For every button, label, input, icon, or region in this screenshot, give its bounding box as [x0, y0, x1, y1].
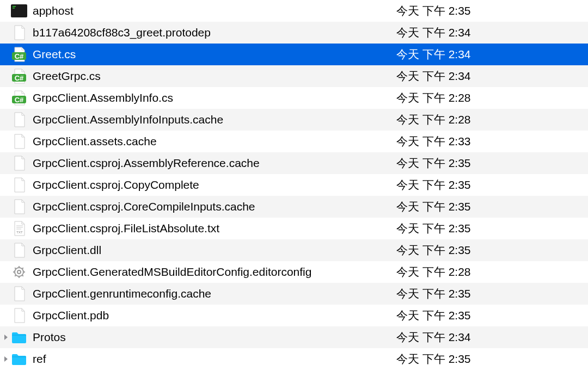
blank-icon — [11, 199, 27, 215]
svg-point-14 — [17, 270, 21, 274]
file-list: apphost今天 下午 2:35b117a64208cf88c3_greet.… — [0, 0, 588, 370]
file-date: 今天 下午 2:34 — [392, 69, 588, 84]
file-row[interactable]: GrpcClient.genruntimeconfig.cache今天 下午 2… — [0, 283, 588, 305]
txt-icon: TXT — [11, 220, 27, 237]
file-name: GrpcClient.csproj.FileListAbsolute.txt — [33, 222, 392, 235]
file-row[interactable]: C#Greet.cs今天 下午 2:34 — [0, 44, 588, 65]
file-date: 今天 下午 2:28 — [392, 112, 588, 127]
blank-icon — [11, 177, 27, 193]
file-name: GrpcClient.csproj.CopyComplete — [33, 178, 392, 191]
svg-line-22 — [22, 268, 23, 269]
exec-icon — [11, 3, 27, 19]
file-date: 今天 下午 2:35 — [392, 286, 588, 301]
file-row[interactable]: b117a64208cf88c3_greet.protodep今天 下午 2:3… — [0, 22, 588, 44]
blank-icon — [11, 24, 27, 41]
file-row[interactable]: GrpcClient.assets.cache今天 下午 2:33 — [0, 131, 588, 152]
blank-icon — [11, 112, 27, 128]
file-date: 今天 下午 2:28 — [392, 264, 588, 280]
file-row[interactable]: GrpcClient.csproj.CoreCompileInputs.cach… — [0, 196, 588, 218]
file-name: apphost — [33, 4, 392, 17]
file-row[interactable]: GrpcClient.csproj.CopyComplete今天 下午 2:35 — [0, 174, 588, 196]
file-date: 今天 下午 2:34 — [392, 330, 588, 345]
blank-icon — [11, 307, 27, 324]
file-date: 今天 下午 2:35 — [392, 199, 588, 214]
file-name: GrpcClient.pdb — [33, 309, 392, 322]
file-name: GrpcClient.csproj.CoreCompileInputs.cach… — [33, 200, 392, 213]
disclosure-triangle[interactable] — [2, 356, 10, 362]
file-row[interactable]: GrpcClient.GeneratedMSBuildEditorConfig.… — [0, 261, 588, 283]
file-date: 今天 下午 2:33 — [392, 134, 588, 149]
file-name: Greet.cs — [33, 48, 392, 61]
file-row[interactable]: apphost今天 下午 2:35 — [0, 0, 588, 22]
csharp-icon: C# — [11, 46, 27, 63]
file-row[interactable]: GrpcClient.dll今天 下午 2:35 — [0, 239, 588, 261]
svg-text:C#: C# — [15, 74, 24, 82]
file-row[interactable]: GrpcClient.csproj.AssemblyReference.cach… — [0, 152, 588, 174]
file-name: ref — [33, 353, 392, 366]
file-name: GreetGrpc.cs — [33, 70, 392, 83]
file-row[interactable]: TXTGrpcClient.csproj.FileListAbsolute.tx… — [0, 218, 588, 239]
blank-icon — [11, 133, 27, 150]
file-row[interactable]: GrpcClient.pdb今天 下午 2:35 — [0, 305, 588, 326]
blank-icon — [11, 286, 27, 302]
svg-text:C#: C# — [15, 96, 24, 104]
file-date: 今天 下午 2:35 — [392, 308, 588, 323]
file-name: GrpcClient.GeneratedMSBuildEditorConfig.… — [33, 265, 392, 279]
svg-line-19 — [15, 268, 16, 269]
file-row[interactable]: ref今天 下午 2:35 — [0, 348, 588, 370]
file-row[interactable]: C#GrpcClient.AssemblyInfo.cs今天 下午 2:28 — [0, 87, 588, 109]
file-date: 今天 下午 2:35 — [392, 243, 588, 258]
file-name: GrpcClient.AssemblyInfoInputs.cache — [33, 113, 392, 126]
file-date: 今天 下午 2:34 — [392, 47, 588, 62]
disclosure-triangle[interactable] — [2, 334, 10, 341]
file-row[interactable]: Protos今天 下午 2:34 — [0, 326, 588, 348]
svg-point-13 — [15, 268, 23, 276]
file-name: GrpcClient.assets.cache — [33, 135, 392, 148]
folder-icon — [11, 351, 27, 367]
csharp-icon: C# — [11, 90, 27, 106]
svg-rect-2 — [13, 8, 15, 9]
folder-icon — [11, 329, 27, 345]
file-date: 今天 下午 2:34 — [392, 25, 588, 40]
file-date: 今天 下午 2:35 — [392, 156, 588, 171]
file-date: 今天 下午 2:35 — [392, 351, 588, 367]
file-date: 今天 下午 2:28 — [392, 90, 588, 106]
csharp-icon: C# — [11, 68, 27, 84]
blank-icon — [11, 242, 27, 258]
file-date: 今天 下午 2:35 — [392, 3, 588, 18]
svg-line-20 — [22, 275, 23, 276]
file-row[interactable]: C#GreetGrpc.cs今天 下午 2:34 — [0, 65, 588, 87]
file-name: GrpcClient.csproj.AssemblyReference.cach… — [33, 157, 392, 170]
file-name: Protos — [33, 331, 392, 344]
file-name: GrpcClient.dll — [33, 244, 392, 257]
blank-icon — [11, 155, 27, 171]
gear-icon — [11, 264, 27, 280]
svg-rect-1 — [13, 6, 16, 7]
svg-text:TXT: TXT — [16, 231, 23, 234]
svg-line-21 — [15, 275, 16, 276]
file-name: GrpcClient.genruntimeconfig.cache — [33, 287, 392, 300]
svg-text:C#: C# — [15, 52, 24, 60]
file-date: 今天 下午 2:35 — [392, 177, 588, 193]
file-row[interactable]: GrpcClient.AssemblyInfoInputs.cache今天 下午… — [0, 109, 588, 131]
file-date: 今天 下午 2:35 — [392, 221, 588, 236]
file-name: b117a64208cf88c3_greet.protodep — [33, 26, 392, 39]
file-name: GrpcClient.AssemblyInfo.cs — [33, 91, 392, 104]
